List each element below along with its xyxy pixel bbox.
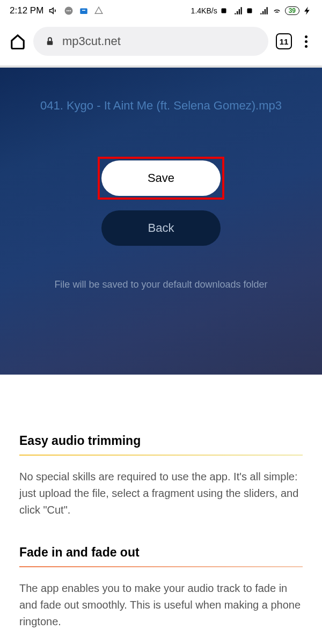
section-body-trimming: No special skills are required to use th… [19,469,303,518]
lock-icon [45,36,55,46]
volte-icon-1 [221,6,230,16]
volte-icon-2 [246,6,256,16]
main-panel: 041. Kygo - It Aint Me (ft. Selena Gomez… [0,68,322,375]
status-data-rate: 1.4KB/s [191,6,217,15]
back-button[interactable]: Back [101,210,221,246]
svg-rect-8 [47,41,53,45]
battery-indicator: 39 [285,6,299,15]
browser-bar: mp3cut.net 11 [0,21,322,65]
status-bar: 2:12 PM 1.4KB/s 39 [0,0,322,21]
svg-rect-6 [221,9,226,13]
drive-icon [94,6,104,16]
message-icon [64,6,74,16]
files-icon [79,6,89,16]
signal-icon-1 [233,6,243,16]
filename-label: 041. Kygo - It Aint Me (ft. Selena Gomez… [40,99,282,113]
svg-rect-4 [80,9,88,14]
wifi-icon [272,6,282,16]
content-section: Easy audio trimming No special skills ar… [0,375,322,644]
tab-count-button[interactable]: 11 [276,33,292,49]
svg-point-1 [67,10,68,11]
section-title-fade: Fade in and fade out [19,545,303,560]
svg-point-2 [68,10,69,11]
save-button[interactable]: Save [101,160,221,196]
browser-menu-button[interactable] [299,35,312,48]
section-title-trimming: Easy audio trimming [19,434,303,448]
section-body-fade: The app enables you to make your audio t… [19,580,303,630]
svg-point-3 [70,10,71,11]
svg-rect-7 [247,9,252,13]
url-bar[interactable]: mp3cut.net [33,27,268,56]
url-text: mp3cut.net [62,34,121,48]
charging-icon [303,6,312,16]
signal-icon-2 [259,6,269,16]
status-time: 2:12 PM [10,5,43,16]
volume-icon [49,6,58,16]
save-note: File will be saved to your default downl… [54,279,267,290]
save-highlight-box: Save [98,157,224,200]
svg-rect-5 [82,10,85,11]
underline-orange [19,566,303,567]
underline-yellow [19,455,303,456]
home-icon[interactable] [10,33,26,49]
